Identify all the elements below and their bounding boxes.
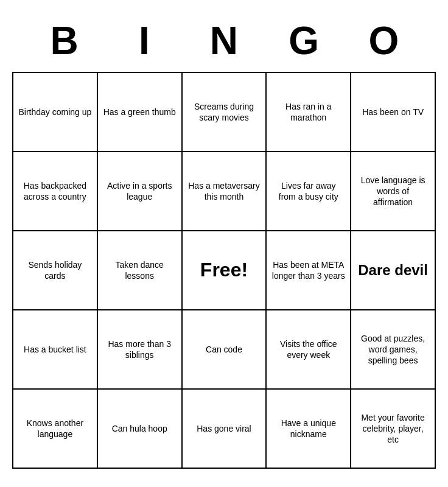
- bingo-letter-i: I: [111, 18, 178, 63]
- bingo-cell-r3c1[interactable]: Sends holiday cards: [13, 231, 98, 310]
- bingo-cell-r2c2[interactable]: Active in a sports league: [98, 152, 183, 231]
- bingo-cell-r5c1[interactable]: Knows another language: [13, 390, 98, 469]
- bingo-cell-r5c3[interactable]: Has gone viral: [183, 390, 267, 469]
- bingo-cell-r1c3[interactable]: Screams during scary movies: [183, 73, 267, 152]
- bingo-cell-r4c2[interactable]: Has more than 3 siblings: [98, 310, 183, 390]
- bingo-cell-r4c5[interactable]: Good at puzzles, word games, spelling be…: [351, 310, 436, 390]
- bingo-cell-r2c3[interactable]: Has a metaversary this month: [183, 152, 267, 231]
- bingo-letter-n: N: [191, 18, 257, 63]
- bingo-cell-r2c1[interactable]: Has backpacked across a country: [13, 152, 98, 231]
- bingo-cell-r5c4[interactable]: Have a unique nickname: [267, 390, 351, 469]
- bingo-letter-o: O: [350, 18, 417, 63]
- bingo-cell-r1c2[interactable]: Has a green thumb: [98, 73, 183, 152]
- bingo-cell-r3c2[interactable]: Taken dance lessons: [98, 231, 183, 310]
- bingo-title: BINGO: [12, 12, 436, 69]
- bingo-cell-r1c1[interactable]: Birthday coming up: [13, 73, 98, 152]
- bingo-cell-r5c2[interactable]: Can hula hoop: [98, 390, 183, 469]
- bingo-cell-r1c4[interactable]: Has ran in a marathon: [267, 73, 351, 152]
- bingo-cell-r1c5[interactable]: Has been on TV: [351, 73, 436, 152]
- bingo-cell-r3c5[interactable]: Dare devil: [351, 231, 436, 310]
- bingo-card: BINGO Birthday coming upHas a green thum…: [0, 6, 448, 481]
- bingo-cell-r4c4[interactable]: Visits the office every week: [267, 310, 351, 390]
- bingo-cell-r5c5[interactable]: Met your favorite celebrity, player, etc: [351, 390, 436, 469]
- bingo-cell-r2c5[interactable]: Love language is words of affirmation: [351, 152, 436, 231]
- bingo-cell-r2c4[interactable]: Lives far away from a busy city: [267, 152, 351, 231]
- bingo-cell-r3c4[interactable]: Has been at META longer than 3 years: [267, 231, 351, 310]
- bingo-letter-b: B: [31, 18, 98, 63]
- bingo-letter-g: G: [270, 18, 337, 63]
- bingo-cell-r3c3[interactable]: Free!: [183, 231, 267, 310]
- bingo-cell-r4c3[interactable]: Can code: [183, 310, 267, 390]
- bingo-grid: Birthday coming upHas a green thumbScrea…: [12, 72, 436, 469]
- bingo-cell-r4c1[interactable]: Has a bucket list: [13, 310, 98, 390]
